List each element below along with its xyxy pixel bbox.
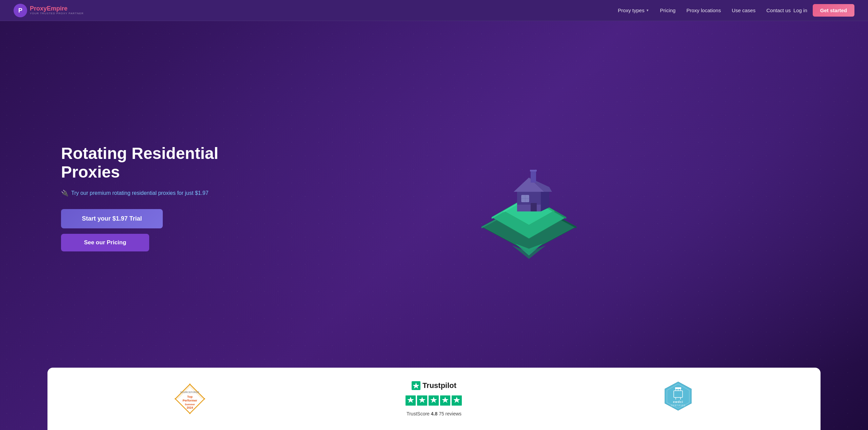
svg-text:P: P (18, 7, 22, 14)
subtitle-icon: 🔌 (61, 189, 68, 197)
svg-rect-18 (531, 171, 536, 183)
svg-text:ewdci: ewdci (673, 400, 683, 404)
nav-pricing[interactable]: Pricing (660, 7, 676, 13)
nav-use-cases[interactable]: Use cases (732, 7, 755, 13)
nav-proxy-types[interactable]: Proxy types ▼ (618, 7, 649, 13)
svg-point-34 (189, 413, 191, 414)
house-illustration (471, 137, 587, 259)
trustpilot-score: TrustScore 4.8 75 reviews (407, 411, 461, 416)
trustpilot-logo: Trustpilot (412, 381, 456, 390)
nav-contact-us[interactable]: Contact us (766, 7, 791, 13)
trustpilot-section: Trustpilot (406, 381, 462, 416)
logo-title-1: Proxy (30, 5, 47, 12)
nav-links: Proxy types ▼ Pricing Proxy locations Us… (618, 7, 791, 13)
login-link[interactable]: Log in (793, 7, 807, 13)
get-started-button[interactable]: Get started (813, 4, 854, 17)
logo-subtitle: Your Trusted Proxy Partner (30, 12, 84, 15)
hero-title: Rotating Residential Proxies (61, 144, 251, 181)
hero-content: Rotating Residential Proxies 🔌 Try our p… (0, 21, 868, 368)
logo-link[interactable]: P ProxyEmpire Your Trusted Proxy Partner (14, 4, 84, 17)
svg-rect-24 (531, 203, 537, 211)
svg-text:Top: Top (187, 395, 193, 398)
svg-rect-15 (517, 205, 541, 211)
sourceforge-badge-icon: SOURCEFORGE Top Performer Summer 2024 (175, 384, 205, 414)
svg-text:SOURCEFORGE: SOURCEFORGE (180, 391, 200, 393)
logo-icon: P (14, 4, 27, 17)
svg-rect-54 (675, 387, 681, 389)
navbar: P ProxyEmpire Your Trusted Proxy Partner… (0, 0, 868, 21)
trial-button[interactable]: Start your $1.97 Trial (61, 209, 163, 228)
ewdci-badge-icon: ewdci CERTIFIED (663, 381, 693, 416)
svg-point-32 (189, 384, 191, 385)
svg-text:2024: 2024 (187, 406, 193, 409)
svg-point-35 (175, 398, 176, 400)
hero-section: Rotating Residential Proxies 🔌 Try our p… (0, 0, 868, 430)
svg-rect-19 (530, 170, 537, 171)
trust-bar: SOURCEFORGE Top Performer Summer 2024 (47, 368, 821, 430)
trustpilot-stars (406, 395, 462, 406)
ewdci-badge: ewdci CERTIFIED (663, 381, 693, 416)
trustpilot-stars-row (406, 395, 462, 406)
pricing-button[interactable]: See our Pricing (61, 234, 149, 251)
hero-subtitle: 🔌 Try our premium rotating residential p… (61, 189, 251, 197)
svg-text:Performer: Performer (183, 399, 198, 402)
sourceforge-badge: SOURCEFORGE Top Performer Summer 2024 (175, 384, 205, 414)
nav-proxy-locations[interactable]: Proxy locations (686, 7, 721, 13)
chevron-down-icon: ▼ (646, 8, 649, 12)
hero-right (251, 137, 807, 259)
svg-text:Summer: Summer (185, 403, 195, 406)
trustpilot-logo-icon (412, 381, 420, 390)
hero-left: Rotating Residential Proxies 🔌 Try our p… (61, 144, 251, 251)
svg-point-33 (204, 398, 205, 400)
logo-title-2: Empire (47, 5, 67, 12)
trustpilot-name: Trustpilot (422, 381, 456, 390)
subtitle-text: Try our premium rotating residential pro… (71, 190, 209, 196)
svg-text:CERTIFIED: CERTIFIED (671, 404, 685, 407)
